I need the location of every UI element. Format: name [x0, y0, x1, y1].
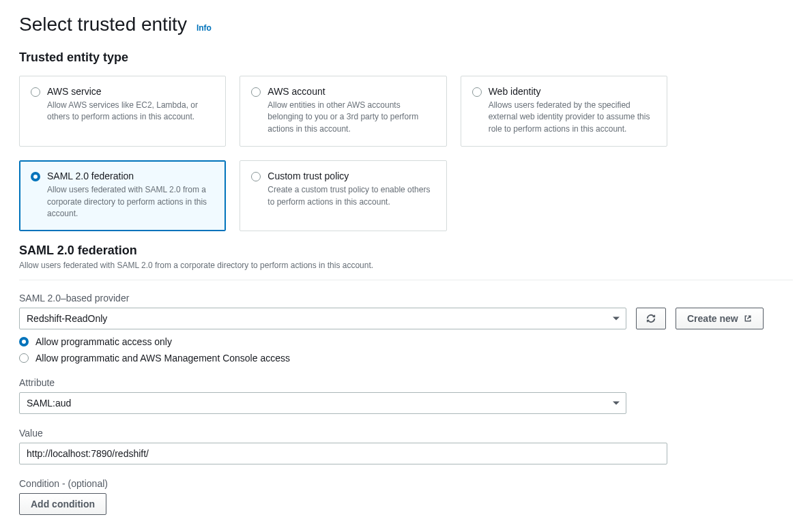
radio-icon: [31, 172, 40, 181]
provider-label: SAML 2.0–based provider: [19, 293, 793, 304]
entity-type-heading: Trusted entity type: [19, 50, 793, 65]
saml-section-desc: Allow users federated with SAML 2.0 from…: [19, 261, 793, 270]
info-link[interactable]: Info: [197, 23, 212, 33]
radio-icon: [31, 87, 40, 97]
card-desc: Create a custom trust policy to enable o…: [267, 184, 435, 208]
attribute-select[interactable]: SAML:aud: [19, 392, 626, 414]
card-title: AWS account: [267, 86, 435, 97]
refresh-button[interactable]: [636, 308, 666, 329]
page-title: Select trusted entity: [19, 14, 187, 35]
entity-custom-trust-policy[interactable]: Custom trust policy Create a custom trus…: [240, 160, 446, 231]
card-desc: Allow AWS services like EC2, Lambda, or …: [47, 100, 214, 123]
card-title: Web identity: [489, 86, 656, 97]
attribute-selected-value: SAML:aud: [27, 398, 71, 409]
card-title: AWS service: [47, 86, 214, 97]
attribute-label: Attribute: [19, 377, 667, 388]
card-desc: Allow users federated with SAML 2.0 from…: [47, 184, 214, 220]
refresh-icon: [646, 314, 656, 323]
divider: [19, 280, 793, 280]
radio-icon: [251, 172, 261, 181]
saml-section-heading: SAML 2.0 federation: [19, 243, 793, 258]
create-new-button[interactable]: Create new: [676, 308, 764, 329]
entity-type-grid: AWS service Allow AWS services like EC2,…: [19, 76, 667, 231]
radio-icon: [19, 337, 29, 346]
card-desc: Allows users federated by the specified …: [489, 100, 656, 135]
card-title: SAML 2.0 federation: [47, 171, 214, 181]
card-desc: Allow entities in other AWS accounts bel…: [267, 100, 435, 135]
card-title: Custom trust policy: [267, 171, 435, 181]
add-condition-label: Add condition: [31, 499, 95, 509]
provider-select[interactable]: Redshift-ReadOnly: [19, 308, 626, 329]
access-programmatic-only[interactable]: Allow programmatic access only: [19, 336, 793, 347]
create-new-label: Create new: [687, 313, 738, 324]
radio-icon: [251, 87, 261, 97]
value-label: Value: [19, 428, 667, 439]
access-option-label: Allow programmatic access only: [35, 336, 172, 347]
chevron-down-icon: [613, 402, 620, 405]
external-link-icon: [744, 314, 752, 323]
access-programmatic-and-console[interactable]: Allow programmatic and AWS Management Co…: [19, 353, 793, 364]
radio-icon: [472, 87, 482, 97]
add-condition-button[interactable]: Add condition: [19, 493, 106, 515]
radio-icon: [19, 353, 29, 363]
value-input[interactable]: [19, 443, 667, 464]
entity-aws-service[interactable]: AWS service Allow AWS services like EC2,…: [19, 76, 226, 147]
chevron-down-icon: [613, 317, 620, 321]
condition-label: Condition - (optional): [19, 478, 667, 489]
provider-selected-value: Redshift-ReadOnly: [27, 313, 107, 324]
entity-web-identity[interactable]: Web identity Allows users federated by t…: [461, 76, 667, 147]
entity-saml-federation[interactable]: SAML 2.0 federation Allow users federate…: [19, 160, 226, 231]
access-option-label: Allow programmatic and AWS Management Co…: [35, 353, 290, 364]
entity-aws-account[interactable]: AWS account Allow entities in other AWS …: [240, 76, 446, 147]
